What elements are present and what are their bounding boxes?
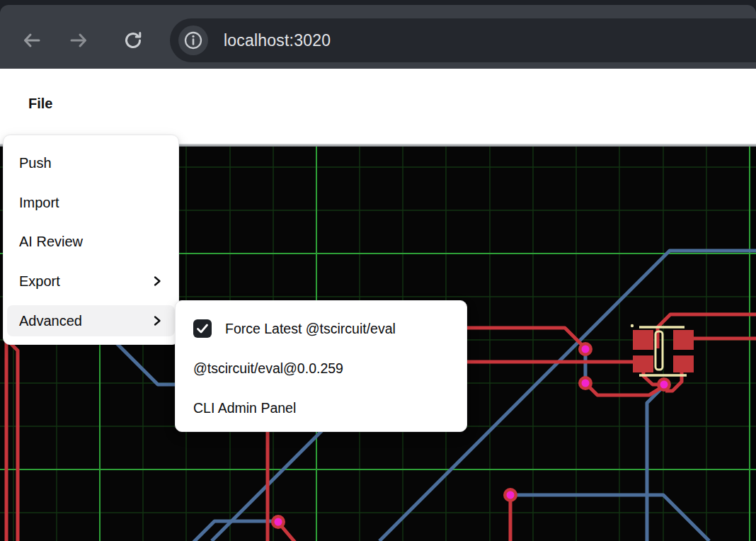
submenu-item-cli-admin-panel[interactable]: CLI Admin Panel	[180, 392, 462, 423]
menu-item-push[interactable]: Push	[7, 147, 175, 178]
browser-chrome: localhost:3020	[0, 0, 756, 69]
silkscreen-dot	[631, 324, 634, 327]
via-hole	[507, 491, 515, 499]
menubar-item-file[interactable]: File	[28, 96, 52, 112]
page-header-band: File	[0, 69, 756, 144]
address-bar[interactable]: localhost:3020	[170, 18, 756, 62]
menu-item-label: Advanced	[19, 313, 82, 329]
site-info-icon[interactable]	[178, 25, 208, 55]
reload-icon[interactable]	[122, 29, 144, 52]
file-menu-dropdown: Push Import AI Review Export Advanced	[3, 135, 179, 345]
chevron-right-icon	[151, 274, 163, 288]
menu-item-ai-review[interactable]: AI Review	[7, 226, 175, 257]
submenu-item-label: @tscircuit/eval@0.0.259	[193, 360, 343, 377]
via-hole	[582, 380, 590, 387]
submenu-item-label: Force Latest @tscircuit/eval	[225, 321, 396, 337]
chevron-right-icon	[151, 314, 163, 328]
smd-pad	[633, 355, 653, 372]
smd-pad	[633, 330, 653, 350]
submenu-item-label: CLI Admin Panel	[193, 400, 296, 416]
menu-item-label: Import	[19, 195, 59, 211]
browser-toolbar: localhost:3020	[0, 5, 756, 69]
smd-pad	[673, 355, 694, 372]
menu-item-label: Export	[19, 273, 60, 290]
via-hole	[275, 518, 282, 526]
url-text[interactable]: localhost:3020	[224, 18, 331, 62]
smd-pad	[673, 330, 694, 350]
via-hole	[660, 381, 668, 389]
forward-arrow-icon[interactable]	[67, 29, 90, 52]
checkbox-checked-icon[interactable]	[193, 319, 212, 338]
via-hole	[582, 346, 590, 353]
menu-item-import[interactable]: Import	[7, 187, 175, 218]
back-arrow-icon[interactable]	[21, 29, 43, 52]
menu-item-export[interactable]: Export	[7, 266, 175, 297]
menu-item-label: AI Review	[19, 234, 83, 250]
menu-item-advanced[interactable]: Advanced	[7, 305, 175, 336]
submenu-item-force-latest[interactable]: Force Latest @tscircuit/eval	[180, 313, 462, 344]
advanced-submenu: Force Latest @tscircuit/eval @tscircuit/…	[175, 300, 467, 432]
submenu-item-eval-version[interactable]: @tscircuit/eval@0.0.259	[180, 353, 462, 384]
menu-item-label: Push	[19, 155, 52, 171]
